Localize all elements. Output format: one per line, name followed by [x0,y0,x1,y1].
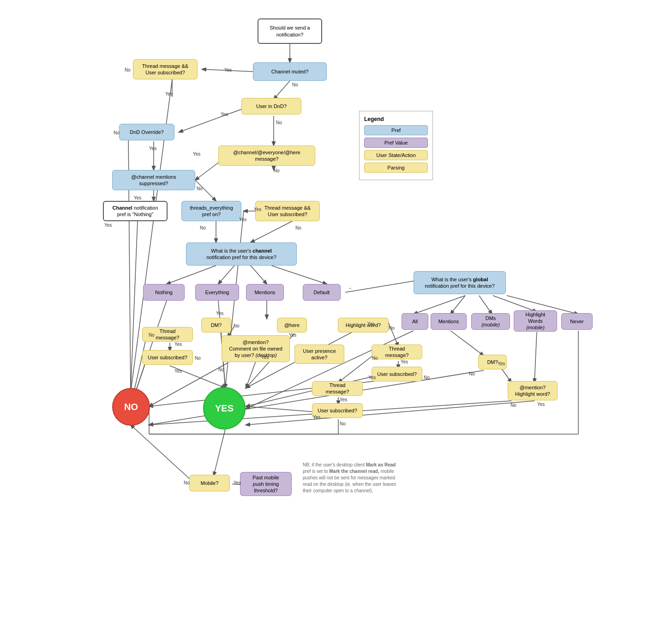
label-no-threads: No [200,225,206,230]
dm-q-node: DM? [201,318,231,333]
svg-line-5 [179,108,246,132]
label-no-at-mention: No [218,367,224,372]
svg-line-2 [274,81,290,99]
channel-mentions-suppressed-label: @channel mentions suppressed? [117,174,190,187]
thread-msg-q2-label: Thread message? [377,345,417,359]
thread-subscribed-1-label: Thread message &&User subscribed? [142,63,188,76]
thread-msg-q3-label: Thread message? [317,382,358,395]
legend-title: Legend [364,116,428,122]
label-yes-thread-1: Yes [165,91,173,97]
label-yes-at-here: Yes [289,333,296,338]
svg-line-19 [218,266,234,284]
user-subscribed-q1-label: User subscribed? [148,354,187,361]
user-presence-node: User presenceactive? [294,345,344,364]
dms-mobile-node: DMs (mobile) [471,313,510,330]
thread-msg-q3-node: Thread message? [312,381,363,396]
label-no-dnd-override: No [114,130,120,135]
mentions-pref-label: Mentions [438,318,459,325]
svg-line-21 [271,266,327,284]
no-circle: NO [112,388,150,426]
user-subscribed-q3-label: User subscribed? [318,407,357,414]
legend: Legend Pref Pref Value User State/Action… [359,111,433,180]
svg-line-42 [246,406,315,412]
mentions-pref-node: Mentions [431,313,467,330]
user-dnd-node: User in DnD? [241,98,301,115]
label-yes-notif-nothing: Yes [104,223,112,228]
at-here-node: @here [277,318,307,333]
legend-parsing: Parsing [364,163,428,173]
label-no-thread-sub2: No [295,225,301,230]
legend-user-state: User State/Action [364,150,428,160]
dm-q2-label: DM? [487,359,498,365]
user-subscribed-q2-label: User subscribed? [377,371,417,377]
everything-label: Everything [205,289,229,296]
all-pref-node: All [402,313,428,330]
svg-line-47 [450,296,465,314]
label-yes-channel-muted: Yes [224,67,232,73]
channel-muted-node: Channel muted? [253,62,327,81]
svg-line-49 [493,296,537,312]
label-default-arrow: → [348,285,352,290]
svg-line-55 [246,401,534,425]
svg-line-16 [251,221,292,242]
at-mention-highlight-label: @mention?Highlight word? [515,384,550,398]
no-label: NO [124,401,138,413]
label-no-thread-1: No [125,67,131,73]
svg-line-57 [534,332,537,382]
svg-line-60 [214,429,225,476]
label-yes-sub-q3: Yes [313,415,320,420]
label-yes-mobile: Yes [234,480,241,485]
at-mention-desktop-node: @mention?Comment on file ownedby user? (… [222,335,290,362]
user-subscribed-q1-node: User subscribed? [142,350,193,365]
user-presence-label: User presenceactive? [303,348,336,361]
label-yes-at-mention: Yes [261,355,269,360]
diagram-container: Should we send a notification? Channel m… [82,9,590,633]
svg-line-46 [414,296,465,314]
highlight-word-node: Highlight word? [338,318,389,333]
mobile-q-node: Mobile? [189,475,230,491]
label-yes-thread-msg-q1: Yes [174,342,182,347]
mobile-q-label: Mobile? [201,480,219,486]
label-yes-user-sub-q1: Yes [174,369,182,374]
label-yes-thread-sub2: Yes [254,207,261,212]
channel-mentions-suppressed-node: @channel mentions suppressed? [112,170,195,190]
label-yes-threads: Yes [239,217,246,222]
thread-subscribed-1-node: Thread message &&User subscribed? [133,59,198,79]
thread-subscribed-2-node: Thread message &&User subscribed? [255,201,320,221]
everything-node: Everything [195,284,239,301]
svg-line-48 [479,296,492,314]
nothing-label: Nothing [155,289,173,296]
svg-line-20 [251,266,267,284]
at-mention-highlight-node: @mention?Highlight word? [508,381,558,400]
at-mention-desktop-label: @mention?Comment on file ownedby user? (… [229,339,282,359]
channel-notif-pref-label: What is the user's channelnotification p… [206,248,276,261]
svg-line-13 [131,221,138,393]
label-yes-dm-q: Yes [216,311,223,316]
label-no-dnd: No [276,120,282,125]
label-no-dm-q: No [234,323,240,328]
user-dnd-label: User in DnD? [256,103,287,109]
label-yes-dm-q2: Yes [498,361,505,366]
channel-muted-label: Channel muted? [271,68,309,75]
highlight-words-mobile-node: Highlight Words(mobile) [514,310,557,332]
label-yes-suppress: Yes [134,195,141,200]
label-yes-thread-q2: Yes [401,359,408,364]
start-label: Should we send a notification? [263,24,317,38]
never-pref-label: Never [570,318,583,325]
thread-subscribed-2-label: Thread message &&User subscribed? [264,205,311,218]
label-no-thread-msg-q1: No [149,333,155,338]
legend-pref: Pref [364,125,428,135]
at-here-label: @here [284,322,300,328]
dms-mobile-label: DMs (mobile) [476,315,505,328]
threads-everything-label: threads_everythingpref on? [190,205,233,218]
label-no-dm-q2: No [469,371,475,376]
start-node: Should we send a notification? [258,18,322,44]
thread-msg-q2-node: Thread message? [372,345,422,359]
label-no-channel-muted: No [292,82,298,87]
label-no-thread-q2: No [372,356,378,361]
note-text: NB: if the user's desktop client Mark as… [303,462,404,494]
dnd-override-node: DnD Override? [119,124,174,140]
label-yes-dnd-override: Yes [149,146,156,151]
label-no-sub-q2: No [424,375,430,380]
label-yes-highlight: Yes [367,321,375,327]
